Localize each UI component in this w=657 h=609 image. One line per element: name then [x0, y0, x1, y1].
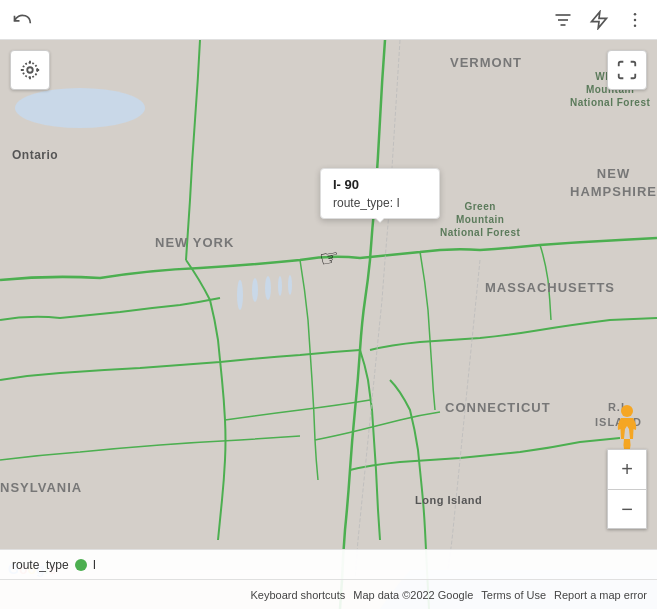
lightning-icon[interactable]: [587, 8, 611, 32]
tooltip-route-label: route_type:: [333, 196, 393, 210]
toolbar-left: [10, 8, 34, 32]
zoom-in-button[interactable]: +: [607, 449, 647, 489]
zoom-controls: + −: [607, 449, 647, 529]
svg-point-3: [252, 278, 258, 302]
toolbar-right: [551, 8, 647, 32]
svg-point-14: [27, 67, 33, 73]
filter-icon[interactable]: [551, 8, 575, 32]
report-link[interactable]: Report a map error: [554, 589, 647, 601]
pegman-streetview[interactable]: [607, 404, 647, 454]
map-svg: [0, 0, 657, 609]
keyboard-shortcuts-link[interactable]: Keyboard shortcuts: [250, 589, 345, 601]
fullscreen-button[interactable]: [607, 50, 647, 90]
legend-bar: route_type I: [0, 549, 657, 579]
legend-label: route_type: [12, 558, 69, 572]
svg-point-4: [265, 276, 271, 300]
toolbar: [0, 0, 657, 40]
terms-link[interactable]: Terms of Use: [481, 589, 546, 601]
map-tooltip: I- 90 route_type: I: [320, 168, 440, 219]
locate-button[interactable]: [10, 50, 50, 90]
svg-point-16: [621, 405, 633, 417]
bottom-bar-right: Keyboard shortcuts Map data ©2022 Google…: [250, 589, 647, 601]
tooltip-route-value: I: [396, 196, 399, 210]
svg-point-11: [634, 12, 637, 14]
more-options-icon[interactable]: [623, 8, 647, 32]
svg-point-15: [23, 63, 38, 78]
tooltip-title: I- 90: [333, 177, 427, 192]
undo-button[interactable]: [10, 8, 34, 32]
svg-marker-10: [592, 11, 607, 28]
svg-point-12: [634, 18, 637, 21]
map-container: VERMONT NEWHAMPSHIRE NEW YORK MASSACHUSE…: [0, 0, 657, 609]
legend-value: I: [93, 558, 96, 572]
svg-point-2: [237, 280, 243, 310]
svg-point-13: [634, 24, 637, 27]
bottom-bar: Keyboard shortcuts Map data ©2022 Google…: [0, 579, 657, 609]
map-data-text: Map data ©2022 Google: [353, 589, 473, 601]
svg-point-6: [288, 275, 292, 295]
svg-point-5: [278, 276, 282, 296]
legend-dot: [75, 559, 87, 571]
tooltip-route: route_type: I: [333, 196, 427, 210]
svg-point-1: [15, 88, 145, 128]
zoom-out-button[interactable]: −: [607, 489, 647, 529]
